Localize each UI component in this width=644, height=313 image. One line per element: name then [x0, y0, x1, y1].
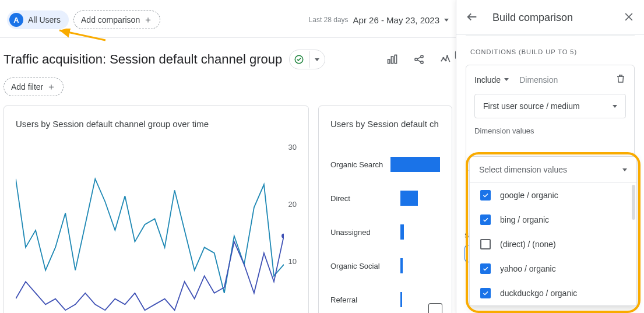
- line-chart-card: Users by Session default channel group o…: [3, 105, 309, 313]
- option-label: bing / organic: [500, 215, 549, 224]
- svg-point-8: [445, 60, 446, 61]
- segment-chip-all-users[interactable]: A All Users: [7, 10, 69, 29]
- delete-icon[interactable]: [615, 73, 626, 86]
- filter-row: Add filter ＋: [0, 75, 456, 105]
- bar: [400, 224, 404, 240]
- dimension-values-dropdown: Select dimension values google / organic…: [469, 156, 637, 306]
- report-title-bar: Traffic acquisition: Session default cha…: [0, 38, 456, 75]
- bar-label: Direct: [330, 194, 395, 203]
- dropdown-option[interactable]: google / organic: [470, 183, 636, 208]
- customize-icon[interactable]: [386, 53, 399, 66]
- bar-chart: Organic SearchDirectUnassignedOrganic So…: [330, 143, 440, 307]
- option-label: yahoo / organic: [500, 264, 556, 273]
- condition-box: Include Dimension First user source / me…: [466, 65, 635, 171]
- bar-label: Organic Search: [330, 160, 385, 169]
- bar-chart-title: Users by Session default ch: [330, 119, 440, 129]
- main-report-area: A All Users Add comparison ＋ Last 28 day…: [0, 0, 456, 313]
- checkbox-checked[interactable]: [480, 288, 491, 298]
- checkbox-checked[interactable]: [480, 214, 491, 225]
- chevron-down-icon: [613, 105, 617, 108]
- add-filter-button[interactable]: Add filter ＋: [3, 78, 64, 96]
- scrollbar[interactable]: [632, 185, 635, 220]
- bar-label: Unassigned: [330, 228, 395, 237]
- bar-chart-card: Users by Session default ch Organic Sear…: [318, 105, 452, 313]
- bar-row[interactable]: Unassigned: [330, 224, 440, 240]
- dimension-heading: Dimension: [519, 75, 605, 85]
- svg-point-11: [281, 234, 284, 238]
- panel-header: Build comparison: [456, 0, 644, 35]
- svg-point-9: [443, 58, 444, 59]
- option-label: google / organic: [500, 191, 558, 200]
- bar-row[interactable]: Organic Search: [330, 157, 440, 172]
- segment-badge: A: [9, 13, 23, 27]
- back-arrow-icon[interactable]: [466, 10, 478, 25]
- footer-icon[interactable]: [428, 303, 442, 313]
- status-dropdown[interactable]: [309, 51, 323, 68]
- dimension-values-label: Dimension values: [474, 126, 626, 135]
- checkbox-checked[interactable]: [480, 190, 491, 201]
- chevron-down-icon: [622, 168, 627, 171]
- add-comparison-button[interactable]: Add comparison ＋: [73, 10, 160, 29]
- y-tick: 10: [288, 257, 297, 266]
- plus-icon: ＋: [143, 15, 153, 24]
- chevron-down-icon: [315, 58, 319, 61]
- y-tick: 30: [288, 143, 297, 152]
- share-icon[interactable]: [413, 53, 425, 66]
- svg-rect-4: [395, 55, 396, 64]
- date-range-picker[interactable]: Last 28 days Apr 26 - May 23, 2023: [309, 15, 449, 25]
- segment-label: All Users: [28, 15, 61, 24]
- dropdown-option[interactable]: duckduckgo / organic: [470, 281, 636, 305]
- dropdown-placeholder: Select dimension values: [479, 165, 567, 174]
- add-filter-label: Add filter: [11, 82, 43, 92]
- check-circle-icon: [291, 51, 307, 68]
- bar-row[interactable]: Referral: [330, 292, 440, 307]
- dimension-value: First user source / medium: [483, 101, 580, 111]
- svg-rect-2: [388, 59, 390, 64]
- bar: [400, 258, 403, 273]
- bar-label: Referral: [330, 296, 395, 304]
- svg-rect-3: [391, 57, 393, 64]
- y-tick: 20: [288, 200, 297, 209]
- dropdown-options: google / organicbing / organic(direct) /…: [470, 182, 636, 305]
- svg-line-0: [59, 30, 105, 40]
- date-context: Last 28 days: [309, 16, 349, 24]
- option-label: (direct) / (none): [500, 240, 556, 249]
- date-range-value: Apr 26 - May 23, 2023: [353, 15, 439, 25]
- page-title: Traffic acquisition: Session default cha…: [3, 52, 282, 67]
- dropdown-option[interactable]: bing / organic: [470, 208, 636, 232]
- add-comparison-label: Add comparison: [81, 15, 140, 24]
- bar: [400, 191, 418, 206]
- dropdown-option[interactable]: (direct) / (none): [470, 232, 636, 256]
- include-toggle[interactable]: Include: [474, 75, 509, 85]
- checkbox-checked[interactable]: [480, 263, 491, 274]
- panel-title: Build comparison: [492, 12, 573, 24]
- status-chip[interactable]: [289, 50, 325, 69]
- bar-label: Organic Social: [330, 262, 395, 270]
- svg-point-10: [447, 55, 448, 57]
- bar: [400, 292, 402, 307]
- bar: [390, 157, 440, 172]
- option-label: duckduckgo / organic: [500, 289, 577, 298]
- dropdown-option[interactable]: yahoo / organic: [470, 256, 636, 281]
- line-chart-title: Users by Session default channel group o…: [16, 119, 297, 129]
- dimension-select[interactable]: First user source / medium: [474, 94, 626, 118]
- bar-row[interactable]: Organic Social: [330, 258, 440, 273]
- line-chart: 30 20 10: [16, 143, 297, 313]
- close-icon[interactable]: [623, 11, 635, 24]
- plus-icon: ＋: [47, 82, 56, 92]
- chevron-down-icon: [444, 19, 449, 22]
- checkbox[interactable]: [480, 239, 491, 249]
- dropdown-trigger[interactable]: Select dimension values: [470, 157, 636, 182]
- annotation-arrow: [56, 29, 108, 43]
- bar-row[interactable]: Direct: [330, 191, 440, 206]
- chevron-down-icon: [504, 78, 509, 81]
- conditions-header: CONDITIONS (BUILD UP TO 5): [466, 35, 635, 65]
